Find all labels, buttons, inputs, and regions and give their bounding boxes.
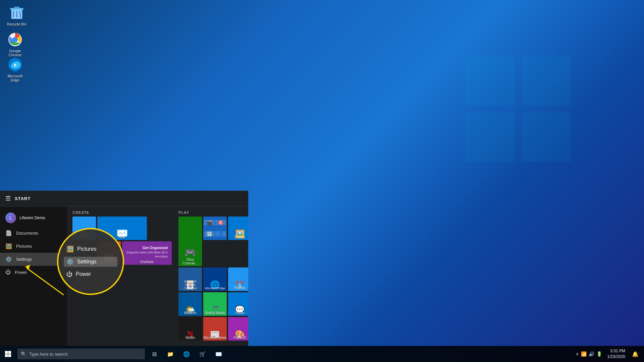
skype-tile[interactable]: 💬 Skype [228, 292, 248, 316]
magnify-pictures-icon: 🖼️ [66, 245, 74, 253]
settings-label: Settings [16, 257, 32, 262]
recycle-bin-icon[interactable]: Recycle Bin [3, 3, 30, 27]
magnify-pictures-label: Pictures [77, 246, 97, 252]
user-avatar: L [5, 213, 16, 223]
search-input[interactable] [29, 352, 142, 357]
svg-text:e: e [14, 61, 16, 68]
edge-tile-label: Microsoft Edge [203, 287, 227, 290]
solitaire-tile[interactable]: 🃏 Microsoft Solitaire Collection [178, 267, 202, 291]
edge-desktop-icon[interactable]: e Microsoft Edge [2, 55, 29, 83]
solitaire-label: Microsoft Solitaire Collection [178, 280, 202, 290]
system-tray: ∧ 📶 🔊 🔋 [575, 351, 603, 357]
svg-rect-2 [466, 113, 515, 162]
svg-point-12 [13, 38, 17, 42]
onenote-tile[interactable]: Get Organized Organize notes and ideas a… [122, 241, 172, 265]
play-section-title: Play [178, 210, 248, 215]
xbox-label: Xbox Console... [178, 258, 202, 265]
weather-label: Weather [178, 311, 202, 315]
svg-rect-3 [522, 113, 571, 162]
chevron-up-icon[interactable]: ∧ [576, 352, 579, 356]
sidebar-user[interactable]: L Lifewire Demo [0, 209, 67, 227]
network-icon[interactable]: 📶 [581, 351, 587, 357]
sidebar-item-documents[interactable]: 📄 Documents [0, 227, 67, 240]
pictures-label: Pictures [16, 244, 32, 249]
start-title: START [15, 196, 31, 201]
taskbar-app-icons: ⊟ 📁 🌐 🛒 ✉️ [146, 346, 227, 362]
svg-rect-19 [5, 354, 8, 357]
play-row2: 🃏 Microsoft Solitaire Collection 🌐 Micro… [178, 267, 248, 291]
svg-rect-20 [8, 354, 11, 357]
spotify-label: Spotify Music [203, 311, 227, 315]
svg-rect-18 [8, 351, 11, 354]
picpick-tile[interactable]: ✂️ PicPick [228, 267, 248, 291]
clock-date: 1/23/2020 [607, 354, 625, 360]
netflix-label: Netflix [178, 336, 202, 340]
taskbar: 🔍 ⊟ 📁 🌐 🛒 ✉️ ∧ 📶 🔊 🔋 3:31 PM 1/23/2020 🔔 [0, 346, 644, 362]
play-row3: 🌤️ Weather 🎵 Spotify Music 💬 Skype [178, 292, 248, 316]
picpick-label: PicPick [228, 286, 248, 290]
play-row1: 🎮 Xbox Console... 🎬 🎯 🔢 👤 🖼️ [178, 217, 248, 266]
user-name: Lifewire Demo [19, 216, 45, 220]
netflix-tile[interactable]: N Netflix [178, 317, 202, 341]
svg-rect-1 [522, 56, 571, 106]
pictures-icon: 🖼️ [5, 243, 12, 249]
svg-rect-6 [14, 7, 19, 8]
multi-tile[interactable]: 🎬 🎯 🔢 👤 [203, 217, 227, 240]
start-button[interactable] [0, 346, 16, 362]
msnews-label: Microsoft News [203, 336, 227, 340]
magnify-pictures: 🖼️ Pictures [64, 244, 117, 254]
recycle-bin-label: Recycle Bin [7, 22, 26, 26]
skype-label: Skype [228, 311, 248, 315]
mail-taskbar-button[interactable]: ✉️ [211, 346, 227, 362]
taskbar-search-box[interactable]: 🔍 [17, 349, 145, 359]
store-button[interactable]: 🛒 [195, 346, 211, 362]
spotify-tile[interactable]: 🎵 Spotify Music [203, 292, 227, 316]
documents-icon: 📄 [5, 230, 12, 236]
windows-logo [5, 351, 11, 357]
paint3d-tile[interactable]: 🎨 Paint 3D [228, 317, 248, 341]
chrome-desktop-icon[interactable]: Google Chrome [2, 30, 29, 58]
edge-tile[interactable]: 🌐 Microsoft Edge [203, 267, 227, 291]
play-section: Play 🎮 Xbox Console... 🎬 🎯 🔢 👤 [178, 210, 248, 342]
task-view-button[interactable]: ⊟ [146, 346, 162, 362]
svg-line-15 [27, 268, 64, 295]
file-explorer-button[interactable]: 📁 [162, 346, 178, 362]
search-icon: 🔍 [21, 351, 26, 357]
taskbar-clock[interactable]: 3:31 PM 1/23/2020 [605, 348, 628, 360]
documents-label: Documents [16, 231, 38, 236]
xbox-tile[interactable]: 🎮 Xbox Console... [178, 217, 202, 266]
arrow-annotation [20, 261, 87, 302]
taskbar-right: ∧ 📶 🔊 🔋 3:31 PM 1/23/2020 🔔 [575, 348, 644, 360]
notification-icon[interactable]: 🔔 [629, 351, 641, 357]
sidebar-item-pictures[interactable]: 🖼️ Pictures [0, 240, 67, 253]
edge-desktop-label: Microsoft Edge [3, 74, 27, 82]
paint3d-label: Paint 3D [228, 336, 248, 340]
msnews-tile[interactable]: 📰 Microsoft News [203, 317, 227, 341]
weather-tile[interactable]: 🌤️ Weather [178, 292, 202, 316]
create-section-title: Create [72, 210, 172, 215]
clock-time: 3:31 PM [607, 348, 625, 354]
start-header: ☰ START [0, 191, 248, 206]
battery-icon[interactable]: 🔋 [596, 351, 602, 357]
settings-icon: ⚙️ [5, 256, 12, 262]
hamburger-icon[interactable]: ☰ [5, 195, 11, 202]
photos-label: Photos [228, 235, 248, 239]
onenote-label: OneNote [122, 260, 172, 264]
svg-rect-0 [466, 56, 515, 106]
power-icon: ⏻ [5, 269, 11, 275]
volume-icon[interactable]: 🔊 [589, 351, 594, 357]
play-row4: N Netflix 📰 Microsoft News 🎨 Paint 3D [178, 317, 248, 341]
svg-rect-17 [5, 351, 8, 354]
edge-taskbar-button[interactable]: 🌐 [178, 346, 195, 362]
photos-tile[interactable]: 🖼️ Photos [228, 217, 248, 240]
windows-watermark [460, 50, 577, 168]
